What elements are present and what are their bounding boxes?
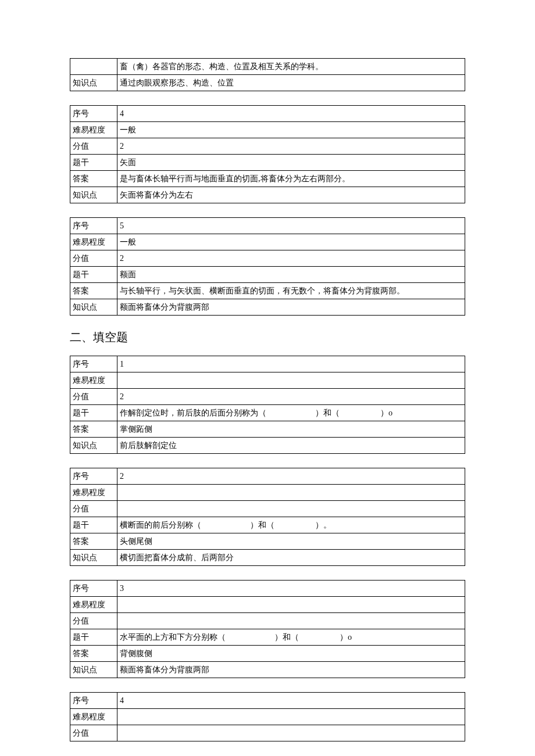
cell-label-difficulty: 难易程度	[70, 234, 117, 250]
cell-label-stem: 题干	[70, 629, 117, 646]
cell-value: 是与畜体长轴平行而与地面垂直的切面,将畜体分为左右两部分。	[117, 171, 465, 187]
table-row: 答案 背侧腹侧	[70, 646, 465, 662]
table-row: 分值	[70, 613, 465, 629]
cell-value: 水平面的上方和下方分别称（ ）和（ ）o	[117, 629, 465, 646]
cell-value: 矢面	[117, 155, 465, 171]
table-row: 序号 1	[70, 356, 465, 372]
table-question-5: 序号 5 难易程度 一般 分值 2 题干 额面 答案 与长轴平行，与矢状面、横断…	[70, 217, 465, 316]
cell-label-score: 分值	[70, 725, 117, 741]
cell-value: 2	[117, 138, 465, 155]
table-row: 分值 2	[70, 138, 465, 155]
cell-value: 5	[117, 218, 465, 234]
cell-value: 掌侧跖侧	[117, 421, 465, 438]
cell-value: 额面将畜体分为背腹两部	[117, 662, 465, 678]
cell-value: 4	[117, 693, 465, 709]
table-fill-3: 序号 3 难易程度 分值 题干 水平面的上方和下方分别称（ ）和（ ）o 答案 …	[70, 580, 465, 678]
table-row: 答案 与长轴平行，与矢状面、横断面垂直的切面，有无数个，将畜体分为背腹两部。	[70, 283, 465, 299]
cell-value: 与长轴平行，与矢状面、横断面垂直的切面，有无数个，将畜体分为背腹两部。	[117, 283, 465, 299]
cell-value: 横切面把畜体分成前、后两部分	[117, 550, 465, 566]
cell-label-score: 分值	[70, 250, 117, 267]
cell-label-difficulty: 难易程度	[70, 597, 117, 613]
cell-label-seq: 序号	[70, 693, 117, 709]
table-row: 题干 额面	[70, 267, 465, 283]
cell-value	[117, 372, 465, 389]
table-row: 题干 作解剖定位时，前后肢的后面分别称为（ ）和（ ）o	[70, 405, 465, 421]
table-row: 序号 5	[70, 218, 465, 234]
table-row: 难易程度 一般	[70, 234, 465, 250]
table-row: 分值	[70, 725, 465, 741]
table-row: 题干 水平面的上方和下方分别称（ ）和（ ）o	[70, 629, 465, 646]
cell-label-stem: 题干	[70, 155, 117, 171]
cell-value: 一般	[117, 122, 465, 138]
cell-value: 3	[117, 581, 465, 597]
table-row: 答案 是与畜体长轴平行而与地面垂直的切面,将畜体分为左右两部分。	[70, 171, 465, 187]
table-row: 题干 横断面的前后分别称（ ）和（ ）。	[70, 517, 465, 533]
cell-value: 矢面将畜体分为左右	[117, 187, 465, 203]
cell-label-seq: 序号	[70, 106, 117, 122]
cell-value: 4	[117, 106, 465, 122]
table-row: 分值 2	[70, 389, 465, 405]
cell-value: 2	[117, 389, 465, 405]
cell-value: 头侧尾侧	[117, 533, 465, 550]
table-row: 知识点 额面将畜体分为背腹两部	[70, 662, 465, 678]
cell-label-difficulty: 难易程度	[70, 372, 117, 389]
table-row: 知识点 额面将畜体分为背腹两部	[70, 299, 465, 316]
cell-label-point: 知识点	[70, 438, 117, 454]
cell-label-difficulty: 难易程度	[70, 709, 117, 725]
cell-value: 2	[117, 468, 465, 485]
cell-label-seq: 序号	[70, 581, 117, 597]
table-row: 难易程度 一般	[70, 122, 465, 138]
table-question-4: 序号 4 难易程度 一般 分值 2 题干 矢面 答案 是与畜体长轴平行而与地面垂…	[70, 105, 465, 203]
cell-label-stem: 题干	[70, 267, 117, 283]
table-row: 序号 4	[70, 106, 465, 122]
cell-label-point: 知识点	[70, 662, 117, 678]
cell-label-answer: 答案	[70, 646, 117, 662]
cell-label-difficulty: 难易程度	[70, 122, 117, 138]
cell-value	[117, 485, 465, 501]
cell-value: 前后肢解剖定位	[117, 438, 465, 454]
cell-label-answer: 答案	[70, 421, 117, 438]
cell-label-seq: 序号	[70, 468, 117, 485]
table-fill-1: 序号 1 难易程度 分值 2 题干 作解剖定位时，前后肢的后面分别称为（ ）和（…	[70, 356, 465, 454]
cell-value: 作解剖定位时，前后肢的后面分别称为（ ）和（ ）o	[117, 405, 465, 421]
table-row: 畜（禽）各器官的形态、构造、位置及相互关系的学科。	[70, 59, 465, 75]
cell-value: 1	[117, 356, 465, 372]
table-row: 知识点 前后肢解剖定位	[70, 438, 465, 454]
table-row: 难易程度	[70, 709, 465, 725]
table-row: 知识点 矢面将畜体分为左右	[70, 187, 465, 203]
table-row: 难易程度	[70, 597, 465, 613]
cell-value: 额面将畜体分为背腹两部	[117, 299, 465, 316]
cell-value: 一般	[117, 234, 465, 250]
table-fill-4: 序号 4 难易程度 分值	[70, 692, 465, 741]
table-partial-top: 畜（禽）各器官的形态、构造、位置及相互关系的学科。 知识点 通过肉眼观察形态、构…	[70, 58, 465, 91]
cell-value	[117, 501, 465, 517]
cell-label-score: 分值	[70, 389, 117, 405]
cell-value: 额面	[117, 267, 465, 283]
table-row: 分值	[70, 501, 465, 517]
table-row: 答案 掌侧跖侧	[70, 421, 465, 438]
cell-label-point: 知识点	[70, 550, 117, 566]
table-row: 知识点 横切面把畜体分成前、后两部分	[70, 550, 465, 566]
cell-label-blank	[70, 59, 117, 75]
cell-label-score: 分值	[70, 501, 117, 517]
table-row: 序号 2	[70, 468, 465, 485]
table-row: 知识点 通过肉眼观察形态、构造、位置	[70, 75, 465, 91]
table-row: 题干 矢面	[70, 155, 465, 171]
table-row: 答案 头侧尾侧	[70, 533, 465, 550]
cell-label-point: 知识点	[70, 187, 117, 203]
cell-label-score: 分值	[70, 138, 117, 155]
cell-value	[117, 725, 465, 741]
table-row: 难易程度	[70, 485, 465, 501]
cell-label-answer: 答案	[70, 533, 117, 550]
cell-value	[117, 597, 465, 613]
table-row: 序号 4	[70, 693, 465, 709]
cell-value: 背侧腹侧	[117, 646, 465, 662]
cell-label-point: 知识点	[70, 75, 117, 91]
table-row: 序号 3	[70, 581, 465, 597]
cell-value: 畜（禽）各器官的形态、构造、位置及相互关系的学科。	[117, 59, 465, 75]
cell-value: 2	[117, 250, 465, 267]
table-row: 分值 2	[70, 250, 465, 267]
cell-label-difficulty: 难易程度	[70, 485, 117, 501]
cell-value: 横断面的前后分别称（ ）和（ ）。	[117, 517, 465, 533]
cell-label-stem: 题干	[70, 405, 117, 421]
